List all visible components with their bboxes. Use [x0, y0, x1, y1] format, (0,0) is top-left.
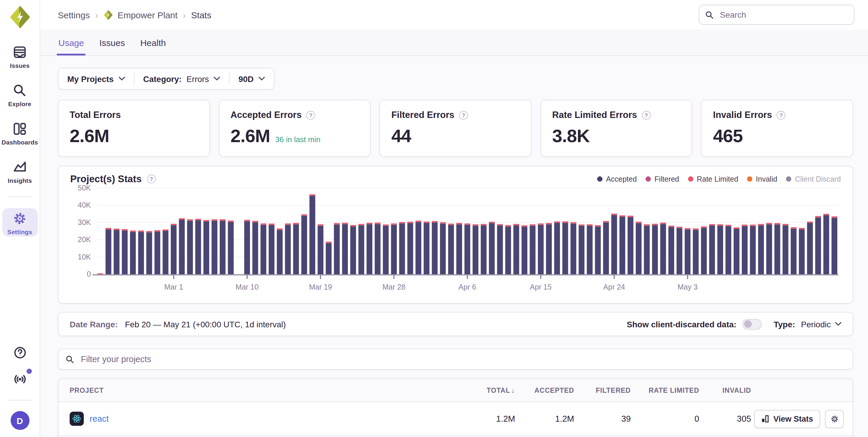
- gear-icon: [830, 414, 839, 423]
- whats-new-button[interactable]: [12, 372, 27, 389]
- card-value: 3.8K: [552, 126, 590, 147]
- sidebar-item-issues[interactable]: Issues: [2, 42, 37, 70]
- main-area: Settings › Empower Plant › Stats: [40, 0, 868, 437]
- breadcrumb-item-settings[interactable]: Settings: [58, 10, 90, 20]
- chevron-down-icon: [118, 77, 125, 81]
- view-stats-label: View Stats: [773, 414, 813, 423]
- dashboards-icon: [12, 122, 27, 136]
- legend-item-client-discard[interactable]: Client Discard: [786, 175, 841, 183]
- card-title: Total Errors: [70, 110, 121, 120]
- legend-label: Invalid: [756, 175, 777, 183]
- chevron-right-icon: ›: [183, 10, 186, 20]
- project-filter[interactable]: [58, 348, 853, 370]
- svg-text:40K: 40K: [78, 201, 91, 209]
- svg-text:Mar 19: Mar 19: [309, 283, 332, 291]
- column-header-total[interactable]: TOTAL↓: [487, 386, 515, 394]
- column-header-filtered[interactable]: FILTERED: [596, 386, 631, 394]
- broadcast-icon: [12, 372, 27, 389]
- notification-dot: [26, 369, 32, 374]
- chevron-right-icon: ›: [95, 10, 98, 20]
- breadcrumb-item-stats: Stats: [191, 10, 211, 20]
- svg-text:10K: 10K: [78, 253, 91, 261]
- table-row: react 1.2M 1.2M 39 0 305 View Stats: [58, 402, 852, 436]
- sidebar-item-insights[interactable]: Insights: [2, 157, 37, 185]
- type-dropdown[interactable]: Periodic: [801, 320, 841, 329]
- breadcrumb-project-label: Empower Plant: [117, 10, 177, 20]
- svg-text:Mar 1: Mar 1: [164, 283, 183, 291]
- chevron-down-icon: [835, 322, 841, 326]
- svg-text:50K: 50K: [78, 184, 91, 192]
- period-filter-button[interactable]: 90D: [229, 68, 274, 89]
- column-header-rate-limited[interactable]: RATE LIMITED: [649, 386, 699, 394]
- react-project-icon: [70, 412, 84, 426]
- sort-desc-icon: ↓: [511, 386, 515, 394]
- sidebar-item-dashboards[interactable]: Dashboards: [2, 119, 37, 147]
- stats-bar-chart[interactable]: 010K20K30K40K50KMar 1Mar 10Mar 19Mar 28A…: [70, 184, 841, 299]
- sentry-logo[interactable]: [8, 5, 32, 29]
- sentry-logo-icon: [8, 5, 32, 29]
- sidebar-nav: Issues Explore: [0, 42, 39, 236]
- column-header-project[interactable]: PROJECT: [70, 386, 104, 394]
- legend-item-filtered[interactable]: Filtered: [646, 175, 679, 183]
- help-button[interactable]: [13, 345, 27, 362]
- tab-bar: Usage Issues Health: [40, 30, 868, 56]
- card-value: 2.6M: [230, 126, 270, 147]
- search-icon: [65, 355, 74, 364]
- column-header-accepted[interactable]: ACCEPTED: [534, 386, 574, 394]
- legend-item-rate-limited[interactable]: Rate Limited: [688, 175, 738, 183]
- search-explore-icon: [12, 83, 27, 98]
- app-window: Issues Explore: [0, 0, 868, 437]
- svg-text:0: 0: [87, 270, 91, 278]
- info-icon[interactable]: ?: [642, 110, 651, 120]
- legend-item-accepted[interactable]: Accepted: [597, 175, 637, 183]
- card-value: 465: [713, 126, 743, 147]
- svg-text:20K: 20K: [78, 235, 91, 243]
- legend-dot: [646, 176, 651, 182]
- tab-usage[interactable]: Usage: [58, 38, 84, 56]
- category-filter-value: Errors: [186, 74, 209, 83]
- cell-total: 1.2M: [456, 414, 515, 424]
- legend-label: Client Discard: [795, 175, 841, 183]
- svg-text:Apr 24: Apr 24: [603, 283, 625, 291]
- legend-dot: [597, 176, 602, 182]
- table-header: PROJECT TOTAL↓ ACCEPTED FILTERED RATE LI…: [58, 379, 852, 402]
- type-value: Periodic: [801, 320, 831, 329]
- card-title: Accepted Errors: [230, 110, 302, 120]
- legend-dot: [786, 176, 791, 182]
- legend-item-invalid[interactable]: Invalid: [747, 175, 777, 183]
- project-link[interactable]: react: [90, 414, 109, 424]
- category-filter-button[interactable]: Category: Errors: [134, 68, 229, 89]
- project-logo-icon: [103, 10, 113, 20]
- svg-text:Mar 28: Mar 28: [382, 283, 405, 291]
- sidebar-item-label: Insights: [8, 177, 32, 184]
- tab-health[interactable]: Health: [140, 38, 166, 56]
- avatar[interactable]: D: [10, 411, 29, 430]
- project-filter-input[interactable]: [80, 354, 845, 365]
- column-header-invalid[interactable]: INVALID: [722, 386, 751, 394]
- tab-issues[interactable]: Issues: [99, 38, 125, 56]
- projects-filter-button[interactable]: My Projects: [58, 68, 134, 89]
- breadcrumb-item-project[interactable]: Empower Plant: [103, 10, 177, 20]
- global-search[interactable]: [699, 5, 855, 25]
- avatar-initial: D: [17, 415, 23, 426]
- info-icon[interactable]: ?: [306, 110, 315, 120]
- search-input[interactable]: [719, 9, 848, 20]
- card-title: Invalid Errors: [713, 110, 772, 120]
- sidebar-item-explore[interactable]: Explore: [2, 80, 37, 108]
- svg-text:30K: 30K: [78, 218, 91, 227]
- sidebar-item-settings[interactable]: Settings: [2, 208, 37, 236]
- info-icon[interactable]: ?: [459, 110, 468, 120]
- card-extra: 36 in last min: [275, 135, 320, 144]
- stat-card-filtered-errors: Filtered Errors ? 44: [379, 100, 531, 157]
- info-icon[interactable]: ?: [147, 174, 156, 183]
- chevron-down-icon: [258, 77, 265, 81]
- search-icon: [705, 10, 714, 19]
- help-icon: [13, 345, 27, 362]
- view-stats-button[interactable]: View Stats: [754, 410, 820, 428]
- project-settings-button[interactable]: [825, 410, 844, 428]
- client-discard-toggle[interactable]: [742, 319, 762, 329]
- projects-filter-label: My Projects: [67, 74, 114, 83]
- period-filter-label: 90D: [238, 74, 253, 83]
- info-icon[interactable]: ?: [777, 110, 786, 120]
- chevron-down-icon: [214, 77, 220, 81]
